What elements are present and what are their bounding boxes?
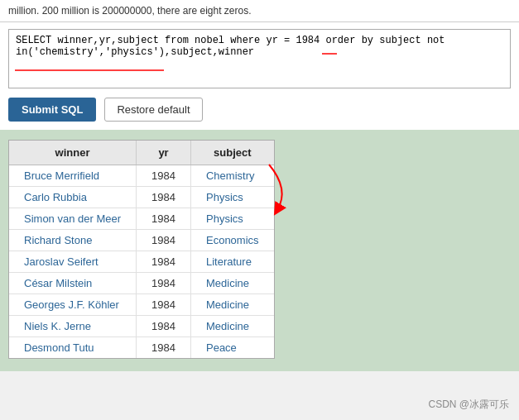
cell-winner[interactable]: Simon van der Meer <box>9 208 137 230</box>
button-row: Submit SQL Restore default <box>0 91 519 130</box>
table-row: Richard Stone1984Economics <box>9 230 274 251</box>
sql-input[interactable] <box>8 29 511 88</box>
table-body: Bruce Merrifield1984ChemistryCarlo Rubbi… <box>9 165 274 359</box>
sql-editor-container <box>8 29 511 91</box>
results-wrapper: winner yr subject Bruce Merrifield1984Ch… <box>0 130 519 371</box>
top-text-content: million. 200 million is 200000000, there… <box>8 5 252 17</box>
table-wrapper: winner yr subject Bruce Merrifield1984Ch… <box>8 140 275 361</box>
results-table: winner yr subject Bruce Merrifield1984Ch… <box>9 141 274 358</box>
cell-subject[interactable]: Chemistry <box>190 165 273 187</box>
cell-subject[interactable]: Medicine <box>190 316 273 337</box>
table-row: Simon van der Meer1984Physics <box>9 208 274 230</box>
cell-subject[interactable]: Physics <box>190 208 273 230</box>
cell-yr: 1984 <box>137 165 191 187</box>
cell-yr: 1984 <box>137 316 191 337</box>
cell-yr: 1984 <box>137 273 191 294</box>
table-row: Bruce Merrifield1984Chemistry <box>9 165 274 187</box>
table-row: Niels K. Jerne1984Medicine <box>9 316 274 337</box>
cell-subject[interactable]: Physics <box>190 187 273 208</box>
table-row: Carlo Rubbia1984Physics <box>9 187 274 208</box>
cell-subject[interactable]: Peace <box>190 337 273 359</box>
submit-sql-button[interactable]: Submit SQL <box>8 98 96 122</box>
restore-default-button[interactable]: Restore default <box>104 98 202 122</box>
cell-yr: 1984 <box>137 187 191 208</box>
table-row: César Milstein1984Medicine <box>9 273 274 294</box>
table-header: winner yr subject <box>9 141 274 165</box>
col-yr: yr <box>137 141 191 165</box>
cell-winner[interactable]: Richard Stone <box>9 230 137 251</box>
cell-yr: 1984 <box>137 230 191 251</box>
cell-winner[interactable]: Carlo Rubbia <box>9 187 137 208</box>
cell-subject[interactable]: Economics <box>190 230 273 251</box>
cell-subject[interactable]: Medicine <box>190 273 273 294</box>
results-table-container: winner yr subject Bruce Merrifield1984Ch… <box>8 140 275 359</box>
cell-yr: 1984 <box>137 294 191 316</box>
cell-winner[interactable]: Jaroslav Seifert <box>9 251 137 273</box>
cell-winner[interactable]: César Milstein <box>9 273 137 294</box>
col-subject: subject <box>190 141 273 165</box>
table-row: Jaroslav Seifert1984Literature <box>9 251 274 273</box>
cell-yr: 1984 <box>137 251 191 273</box>
cell-yr: 1984 <box>137 337 191 359</box>
table-header-row: winner yr subject <box>9 141 274 165</box>
table-row: Georges J.F. Köhler1984Medicine <box>9 294 274 316</box>
cell-winner[interactable]: Desmond Tutu <box>9 337 137 359</box>
cell-winner[interactable]: Bruce Merrifield <box>9 165 137 187</box>
cell-winner[interactable]: Niels K. Jerne <box>9 316 137 337</box>
cell-winner[interactable]: Georges J.F. Köhler <box>9 294 137 316</box>
top-text-bar: million. 200 million is 200000000, there… <box>0 0 519 22</box>
col-winner: winner <box>9 141 137 165</box>
table-row: Desmond Tutu1984Peace <box>9 337 274 359</box>
cell-subject[interactable]: Literature <box>190 251 273 273</box>
cell-subject[interactable]: Medicine <box>190 294 273 316</box>
cell-yr: 1984 <box>137 208 191 230</box>
